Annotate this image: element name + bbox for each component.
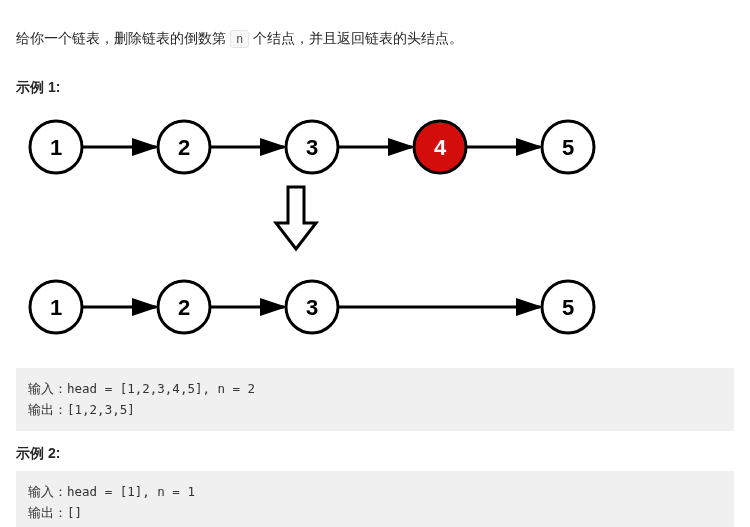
ex1-output-value: [1,2,3,5] (67, 402, 135, 417)
ex1-output-label: 输出： (28, 402, 67, 417)
down-arrow-icon (276, 187, 316, 249)
ex2-output-label: 输出： (28, 505, 67, 520)
node-top-2: 3 (306, 135, 318, 160)
ex1-input-label: 输入： (28, 381, 67, 396)
linked-list-diagram: 1 2 3 4 5 1 2 3 5 (16, 107, 734, 350)
problem-description: 给你一个链表，删除链表的倒数第 n 个结点，并且返回链表的头结点。 (16, 26, 734, 51)
node-top-0: 1 (50, 135, 62, 160)
example1-heading: 示例 1: (16, 79, 734, 97)
top-row: 1 2 3 4 5 (30, 121, 594, 173)
bottom-row: 1 2 3 5 (30, 281, 594, 333)
inline-code-n: n (230, 30, 249, 48)
node-bot-2: 3 (306, 295, 318, 320)
node-bot-3: 5 (562, 295, 574, 320)
node-top-4: 5 (562, 135, 574, 160)
example2-code: 输入：head = [1], n = 1 输出：[] (16, 471, 734, 527)
node-top-1: 2 (178, 135, 190, 160)
desc-pre: 给你一个链表，删除链表的倒数第 (16, 30, 230, 46)
node-bot-1: 2 (178, 295, 190, 320)
ex1-input-value: head = [1,2,3,4,5], n = 2 (67, 381, 255, 396)
ex2-input-value: head = [1], n = 1 (67, 484, 195, 499)
ex2-output-value: [] (67, 505, 82, 520)
ex2-input-label: 输入： (28, 484, 67, 499)
node-top-3: 4 (434, 135, 447, 160)
example1-code: 输入：head = [1,2,3,4,5], n = 2 输出：[1,2,3,5… (16, 368, 734, 431)
node-bot-0: 1 (50, 295, 62, 320)
desc-post: 个结点，并且返回链表的头结点。 (253, 30, 463, 46)
example2-heading: 示例 2: (16, 445, 734, 463)
